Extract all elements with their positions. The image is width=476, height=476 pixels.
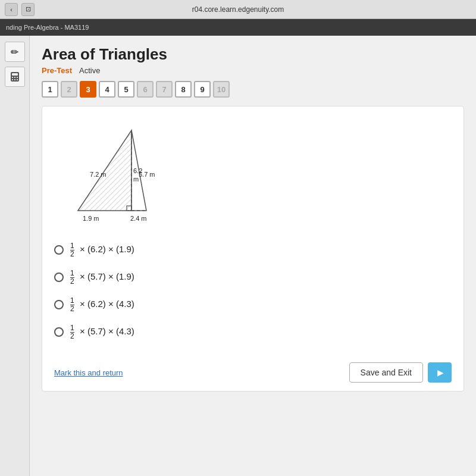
page-title: Area of Triangles xyxy=(42,45,464,64)
content-panel: Area of Triangles Pre-Test Active 1 2 3 … xyxy=(30,36,476,476)
back-button[interactable]: ‹ xyxy=(5,3,18,16)
svg-rect-1 xyxy=(12,73,18,76)
pretest-row: Pre-Test Active xyxy=(42,66,464,75)
svg-text:7.2 m: 7.2 m xyxy=(90,171,107,178)
calculator-icon[interactable] xyxy=(5,67,25,87)
triangle-diagram: 7.2 m 6.2 m 5.7 m 1.9 m 2.4 m xyxy=(54,124,185,231)
question-box: 7.2 m 6.2 m 5.7 m 1.9 m 2.4 m xyxy=(42,106,464,392)
left-toolbar: ✏ xyxy=(0,36,30,476)
radio-a[interactable] xyxy=(54,245,64,255)
svg-text:2.4 m: 2.4 m xyxy=(130,215,147,222)
answer-text-b: 12 × (5.7) × (1.9) xyxy=(70,270,134,285)
answer-choice-b[interactable]: 12 × (5.7) × (1.9) xyxy=(54,270,452,285)
q-btn-7: 7 xyxy=(156,81,173,98)
q-btn-2: 2 xyxy=(61,81,77,98)
q-btn-6: 6 xyxy=(137,81,154,98)
tab-button[interactable]: ⊡ xyxy=(21,3,35,16)
answer-text-a: 12 × (6.2) × (1.9) xyxy=(70,242,134,258)
active-label: Active xyxy=(79,66,100,75)
svg-text:5.7 m: 5.7 m xyxy=(139,171,155,178)
radio-d[interactable] xyxy=(54,327,64,337)
browser-bar: ‹ ⊡ r04.core.learn.edgenuity.com xyxy=(0,0,476,19)
q-btn-1[interactable]: 1 xyxy=(42,81,58,98)
svg-rect-6 xyxy=(14,79,15,80)
answer-text-c: 12 × (6.2) × (4.3) xyxy=(70,297,134,312)
q-btn-4[interactable]: 4 xyxy=(99,81,115,98)
radio-b[interactable] xyxy=(54,273,64,282)
svg-rect-4 xyxy=(17,77,18,78)
browser-url: r04.core.learn.edgenuity.com xyxy=(192,5,284,14)
svg-rect-3 xyxy=(14,77,15,78)
pretest-label: Pre-Test xyxy=(42,66,72,75)
svg-rect-7 xyxy=(17,79,18,80)
next-button[interactable]: ▶ xyxy=(428,362,452,383)
question-buttons: 1 2 3 4 5 6 7 8 9 10 xyxy=(42,81,464,98)
answer-text-d: 12 × (5.7) × (4.3) xyxy=(70,324,134,340)
diagram-area: 7.2 m 6.2 m 5.7 m 1.9 m 2.4 m xyxy=(54,124,185,231)
svg-rect-5 xyxy=(12,79,13,80)
pencil-icon[interactable]: ✏ xyxy=(5,42,25,62)
svg-text:m: m xyxy=(133,176,139,183)
answer-choice-d[interactable]: 12 × (5.7) × (4.3) xyxy=(54,324,452,340)
q-btn-9[interactable]: 9 xyxy=(194,81,211,98)
svg-text:1.9 m: 1.9 m xyxy=(83,215,99,222)
answer-choice-a[interactable]: 12 × (6.2) × (1.9) xyxy=(54,242,452,258)
answer-choice-c[interactable]: 12 × (6.2) × (4.3) xyxy=(54,297,452,312)
question-footer: Mark this and return Save and Exit ▶ xyxy=(54,362,452,383)
radio-c[interactable] xyxy=(54,300,64,309)
save-exit-button[interactable]: Save and Exit xyxy=(349,362,423,383)
mark-return-link[interactable]: Mark this and return xyxy=(54,368,123,377)
svg-rect-2 xyxy=(12,77,13,78)
answer-choices: 12 × (6.2) × (1.9) 12 × (5.7) × (1.9) 12 xyxy=(54,242,452,340)
course-label: nding Pre-Algebra - MA3119 xyxy=(6,24,89,31)
q-btn-5[interactable]: 5 xyxy=(118,81,134,98)
app-header: nding Pre-Algebra - MA3119 xyxy=(0,19,476,36)
main-content: ✏ Area of Triangles Pre-Test Active 1 xyxy=(0,36,476,476)
q-btn-3[interactable]: 3 xyxy=(80,81,96,98)
q-btn-8[interactable]: 8 xyxy=(175,81,192,98)
footer-right-buttons: Save and Exit ▶ xyxy=(349,362,452,383)
q-btn-10: 10 xyxy=(213,81,230,98)
browser-controls: ‹ ⊡ xyxy=(5,3,35,16)
